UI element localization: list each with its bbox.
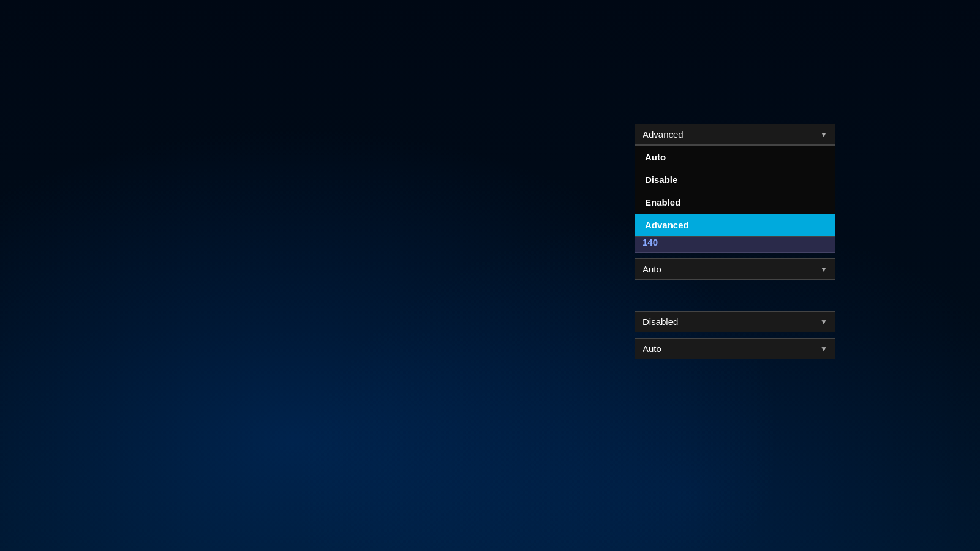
pbo-option-disable[interactable]: Disable xyxy=(635,168,835,191)
cpu-boost-value: Disabled xyxy=(643,317,678,327)
thermal-value-area: Auto ▼ xyxy=(625,335,845,362)
scalar-dropdown[interactable]: Auto ▼ xyxy=(635,258,835,280)
main-content: 🦅 UEFI BIOS Utility – Advanced Mode 02/1… xyxy=(0,0,980,551)
pbo-option-enabled[interactable]: Enabled xyxy=(635,191,835,214)
pbo-option-auto[interactable]: Auto xyxy=(635,146,835,168)
scalar-arrow-icon: ▼ xyxy=(820,265,827,274)
cpu-boost-value-area: Disabled ▼ xyxy=(625,309,845,335)
cpu-boost-dropdown[interactable]: Disabled ▼ xyxy=(635,311,835,332)
thermal-value: Auto xyxy=(643,343,662,354)
pbo-dropdown-options: Auto Disable Enabled Advanced xyxy=(635,145,835,237)
thermal-dropdown[interactable]: Auto ▼ xyxy=(635,338,835,359)
pbo-option-advanced[interactable]: Advanced xyxy=(635,214,835,236)
dropdown-arrow-icon: ▼ xyxy=(820,130,827,139)
scalar-value: Auto xyxy=(643,264,662,274)
scalar-value-area: Auto ▼ xyxy=(625,256,845,282)
cpu-boost-arrow-icon: ▼ xyxy=(820,318,827,326)
thermal-arrow-icon: ▼ xyxy=(820,345,827,353)
pbo-value-area: Advanced ▼ Auto Disable Enabled Advanced xyxy=(625,121,845,148)
pbo-dropdown-selected[interactable]: Advanced ▼ xyxy=(635,124,835,145)
pbo-selected-value: Advanced xyxy=(643,129,684,140)
pbo-dropdown-container: Advanced ▼ Auto Disable Enabled Advanced xyxy=(635,124,835,145)
